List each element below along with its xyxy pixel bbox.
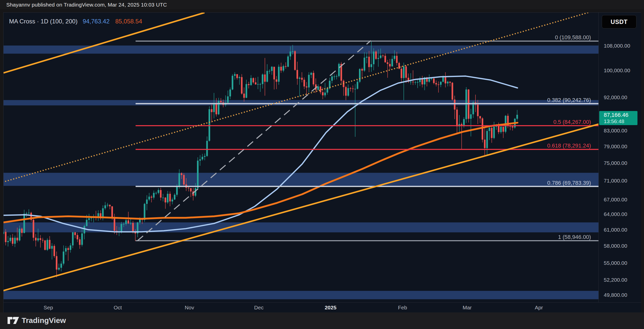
tradingview-brand-text[interactable]: TradingView	[22, 316, 66, 325]
price-tick-label: 71,000.00	[604, 178, 627, 184]
ma-200-line[interactable]	[4, 123, 517, 222]
price-tick-label: 52,200.00	[604, 277, 627, 283]
zone-band	[4, 100, 598, 105]
published-info-text: Shayannv published on TradingView.com, M…	[6, 2, 167, 8]
bar-countdown: 13:56:48	[604, 118, 624, 124]
price-tick-label: 108,000.00	[604, 43, 630, 49]
indicator-params[interactable]: (100, 200)	[50, 18, 77, 25]
zone-band	[4, 223, 598, 233]
price-tick-label: 100,000.00	[604, 67, 630, 74]
chart-interval[interactable]: 1D	[41, 18, 48, 25]
tradingview-logo-icon[interactable]	[8, 316, 19, 325]
fib-label: 0 (109,588.00)	[555, 34, 591, 41]
price-tick-label: 61,000.00	[604, 227, 627, 233]
fib-label: 0.786 (69,783.39)	[547, 180, 591, 186]
chart-widget[interactable]: MA Cross · 1D (100, 200) 94,763.42 85,05…	[3, 12, 641, 312]
last-price-badge[interactable]: 87,166.46 13:56:48	[599, 111, 637, 125]
fib-label: 1 (58,946.00)	[558, 234, 591, 240]
legend-separator: ·	[37, 18, 39, 25]
fib-label: 0.382 (90,242.76)	[547, 97, 591, 103]
time-tick-label: Apr	[535, 305, 543, 311]
price-axis[interactable]: USDT 108,000.00100,000.0092,000.0083,000…	[598, 13, 641, 302]
time-tick-label: Dec	[254, 305, 263, 311]
time-axis[interactable]: SepOctNovDec2025FebMarApr	[4, 302, 641, 313]
price-tick-label: 49,800.00	[604, 292, 627, 298]
ma100-value: 94,763.42	[83, 18, 110, 25]
price-tick-label: 55,000.00	[604, 260, 627, 266]
time-tick-label: Nov	[185, 305, 194, 311]
chart-plot-area[interactable]	[4, 13, 598, 302]
indicator-name[interactable]: MA Cross	[9, 18, 35, 25]
last-price-value: 87,166.46	[604, 112, 628, 118]
time-tick-label: Mar	[463, 305, 472, 311]
currency-toggle-button[interactable]: USDT	[602, 15, 636, 28]
tradingview-published-chart: Shayannv published on TradingView.com, M…	[0, 0, 644, 329]
fib-label: 0.5 (84,267.00)	[553, 119, 591, 125]
price-tick-label: 83,000.00	[604, 128, 627, 134]
time-tick-label: Feb	[398, 305, 407, 311]
indicator-legend[interactable]: MA Cross · 1D (100, 200) 94,763.42 85,05…	[9, 18, 142, 25]
price-tick-label: 79,000.00	[604, 143, 627, 150]
footer-bar: TradingView	[0, 312, 644, 329]
price-tick-label: 92,000.00	[604, 94, 627, 100]
zone-band	[4, 173, 598, 186]
impulse-dashed-line[interactable]	[137, 41, 371, 241]
price-zones	[4, 46, 598, 299]
time-tick-label: Oct	[114, 305, 122, 311]
channel-middle-dotted-line[interactable]	[4, 13, 591, 183]
zone-band	[4, 291, 598, 299]
time-tick-label: 2025	[325, 305, 337, 311]
price-tick-label: 58,000.00	[604, 243, 627, 249]
price-tick-label: 75,000.00	[604, 160, 627, 166]
price-tick-label: 64,000.00	[604, 211, 627, 217]
ma200-value: 85,058.54	[115, 18, 142, 25]
attribution-bar: Shayannv published on TradingView.com, M…	[0, 0, 644, 9]
fib-retracement[interactable]	[136, 41, 598, 241]
price-tick-label: 67,000.00	[604, 197, 627, 203]
time-tick-label: Sep	[44, 305, 53, 311]
fib-label: 0.618 (78,291.24)	[547, 142, 591, 149]
